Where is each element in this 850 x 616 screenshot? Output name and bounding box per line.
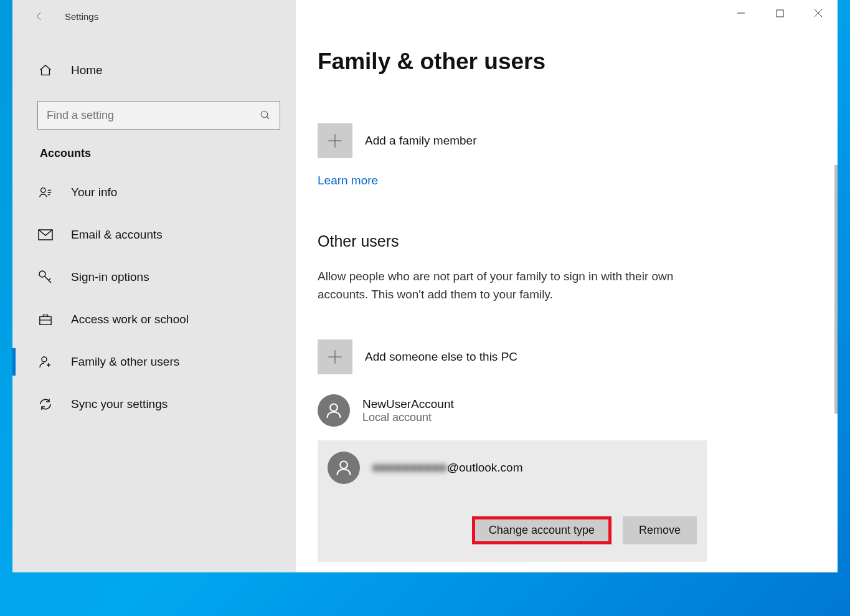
svg-rect-6: [777, 10, 783, 17]
add-family-member[interactable]: Add a family member: [318, 123, 819, 158]
maximize-button[interactable]: [760, 0, 799, 26]
other-users-heading: Other users: [318, 232, 819, 250]
sidebar-item-label: Sign-in options: [71, 270, 149, 284]
sidebar-item-label: Your info: [71, 186, 117, 199]
remove-user-button[interactable]: Remove: [623, 516, 697, 544]
plus-icon: [318, 339, 352, 374]
avatar-icon: [328, 452, 360, 484]
main-content: Family & other users Add a family member…: [296, 0, 838, 572]
sidebar-item-your-info[interactable]: Your info: [12, 171, 296, 214]
sidebar-item-work[interactable]: Access work or school: [12, 298, 296, 341]
avatar-icon: [318, 394, 350, 427]
sidebar-item-signin[interactable]: Sign-in options: [12, 256, 296, 298]
svg-point-5: [42, 357, 47, 362]
window-title: Settings: [65, 11, 98, 22]
titlebar: Settings: [12, 0, 296, 32]
sync-icon: [37, 396, 54, 412]
window-controls: [722, 0, 838, 26]
close-button[interactable]: [799, 0, 838, 26]
home-label: Home: [71, 64, 103, 77]
plus-icon: [318, 123, 352, 158]
search-box[interactable]: [37, 101, 280, 130]
home-icon: [37, 62, 54, 78]
home-nav[interactable]: Home: [12, 51, 296, 90]
svg-rect-4: [40, 316, 51, 325]
settings-window: Settings Home Accounts Your info E: [12, 0, 838, 572]
user-entry-local[interactable]: NewUserAccount Local account: [318, 391, 819, 430]
sidebar-item-label: Family & other users: [71, 355, 179, 369]
sidebar-item-label: Email & accounts: [71, 228, 163, 242]
change-account-type-button[interactable]: Change account type: [472, 516, 612, 544]
close-icon: [814, 9, 823, 17]
search-input[interactable]: [47, 109, 260, 122]
add-family-label: Add a family member: [365, 134, 477, 148]
svg-point-7: [330, 404, 338, 412]
minimize-icon: [737, 9, 745, 17]
user-type: Local account: [362, 411, 454, 424]
sidebar-item-email[interactable]: Email & accounts: [12, 214, 296, 256]
vertical-scrollbar[interactable]: [834, 165, 838, 414]
add-other-label: Add someone else to this PC: [365, 350, 517, 364]
sidebar-item-family[interactable]: Family & other users: [12, 341, 296, 383]
svg-point-0: [261, 111, 268, 118]
envelope-icon: [37, 227, 54, 243]
user-entry-expanded: ■■■■■■■■■■@outlook.com Change account ty…: [318, 440, 707, 562]
email-redacted: ■■■■■■■■■■: [372, 461, 447, 474]
add-other-user[interactable]: Add someone else to this PC: [318, 339, 819, 374]
person-plus-icon: [37, 354, 54, 370]
briefcase-icon: [37, 311, 54, 328]
maximize-icon: [776, 9, 784, 17]
sidebar-item-label: Access work or school: [71, 313, 189, 326]
svg-point-1: [41, 188, 45, 192]
sidebar-item-label: Sync your settings: [71, 397, 168, 411]
sidebar-category: Accounts: [12, 130, 296, 171]
user-name: NewUserAccount: [362, 397, 454, 411]
person-card-icon: [37, 184, 54, 201]
search-icon: [260, 110, 271, 121]
user-info: NewUserAccount Local account: [362, 397, 454, 424]
sidebar: Settings Home Accounts Your info E: [12, 0, 296, 572]
svg-point-3: [39, 271, 45, 277]
user-email: ■■■■■■■■■■@outlook.com: [372, 461, 523, 475]
arrow-left-icon: [34, 11, 45, 22]
email-domain: @outlook.com: [447, 461, 523, 474]
back-button[interactable]: [25, 2, 54, 31]
page-title: Family & other users: [318, 49, 819, 75]
minimize-button[interactable]: [722, 0, 760, 26]
key-icon: [37, 269, 54, 285]
user-entry-ms[interactable]: ■■■■■■■■■■@outlook.com: [328, 448, 697, 488]
other-users-description: Allow people who are not part of your fa…: [318, 268, 704, 303]
learn-more-link[interactable]: Learn more: [318, 174, 378, 187]
user-info: ■■■■■■■■■■@outlook.com: [372, 461, 523, 475]
svg-point-8: [340, 462, 347, 469]
user-actions: Change account type Remove: [328, 516, 697, 544]
sidebar-item-sync[interactable]: Sync your settings: [12, 383, 296, 425]
